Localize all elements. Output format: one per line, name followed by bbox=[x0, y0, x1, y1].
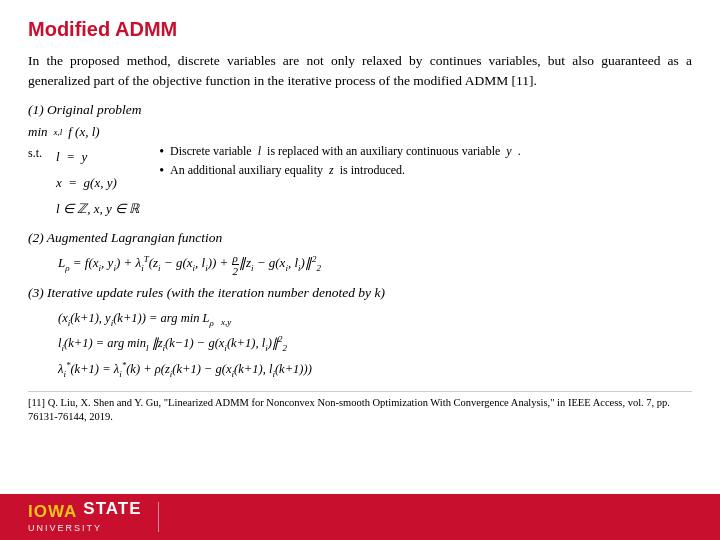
augmented-formula: Lρ = f(xi, yi) + λiT(zi − g(xi, li)) + ρ… bbox=[28, 252, 692, 277]
bullet-2: An additional auxiliary equality z is in… bbox=[159, 163, 692, 179]
footer-bar: IOWA STATE UNIVERSITY bbox=[0, 494, 720, 540]
min-function: f (x, l) bbox=[68, 124, 99, 140]
iterative-formulas: (xi(k+1), yi(k+1)) = arg min Lρ x,y li(k… bbox=[28, 307, 692, 383]
iter-formula-3: λi*(k+1) = λi*(k) + ρ(zi(k+1) − g(xi(k+1… bbox=[58, 357, 692, 383]
intro-paragraph: In the proposed method, discrete variabl… bbox=[28, 51, 692, 92]
footer-state: STATE bbox=[83, 499, 141, 522]
min-subscript: x,l bbox=[54, 127, 63, 137]
footer-divider bbox=[158, 502, 159, 532]
page-title: Modified ADMM bbox=[28, 18, 692, 41]
constraints-block: s.t. l = y x = g(x, y) l ∈ ℤ, x, y ∈ ℝ bbox=[28, 144, 139, 222]
eq-3: l ∈ ℤ, x, y ∈ ℝ bbox=[56, 196, 139, 222]
original-problem-bullets: Discrete variable l is replaced with an … bbox=[159, 124, 692, 222]
iter-formula-2: li(k+1) = arg minl ‖zi(k−1) − g(xi(k+1),… bbox=[58, 331, 692, 357]
section-2-label: (2) Augmented Lagrangian function bbox=[28, 230, 692, 246]
reference: [11] Q. Liu, X. Shen and Y. Gu, "Lineari… bbox=[28, 391, 692, 425]
iter-formula-1: (xi(k+1), yi(k+1)) = arg min Lρ x,y bbox=[58, 307, 692, 332]
footer-iowa: IOWA bbox=[28, 502, 77, 522]
original-problem-container: min x,l f (x, l) s.t. l = y x = g(x, y) … bbox=[28, 124, 692, 222]
min-label: min bbox=[28, 124, 48, 140]
original-problem-left: min x,l f (x, l) s.t. l = y x = g(x, y) … bbox=[28, 124, 139, 222]
main-content: Modified ADMM In the proposed method, di… bbox=[0, 0, 720, 494]
equations-list: l = y x = g(x, y) l ∈ ℤ, x, y ∈ ℝ bbox=[56, 144, 139, 222]
footer-logo: IOWA STATE UNIVERSITY bbox=[28, 502, 142, 533]
eq-2: x = g(x, y) bbox=[56, 170, 139, 196]
section-1-label: (1) Original problem bbox=[28, 102, 692, 118]
eq-1: l = y bbox=[56, 144, 139, 170]
augmented-section: (2) Augmented Lagrangian function Lρ = f… bbox=[28, 230, 692, 277]
st-label: s.t. bbox=[28, 144, 42, 161]
iterative-section: (3) Iterative update rules (with the ite… bbox=[28, 285, 692, 383]
footer-university: UNIVERSITY bbox=[28, 523, 142, 533]
section-3-label: (3) Iterative update rules (with the ite… bbox=[28, 285, 692, 301]
bullet-1: Discrete variable l is replaced with an … bbox=[159, 144, 692, 160]
